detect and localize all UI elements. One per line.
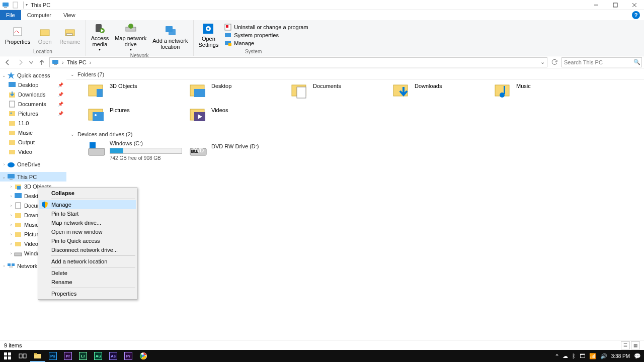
taskbar-app-chrome[interactable] — [136, 350, 151, 362]
folder-item[interactable]: Documents — [290, 81, 391, 105]
chevron-right-icon[interactable]: › — [90, 59, 92, 65]
chevron-right-icon[interactable]: › — [8, 184, 14, 189]
refresh-button[interactable] — [549, 59, 559, 66]
chevron-down-icon[interactable]: ⌄ — [1, 174, 7, 179]
taskbar-app[interactable]: Au — [91, 350, 106, 362]
chevron-right-icon[interactable]: › — [1, 162, 7, 167]
sidebar-item[interactable]: Music — [0, 128, 66, 137]
menu-view[interactable]: View — [57, 10, 82, 20]
close-button[interactable] — [625, 0, 644, 10]
large-icons-view-button[interactable]: ▦ — [631, 341, 640, 349]
folder-item[interactable]: 3D Objects — [87, 81, 188, 105]
sidebar-item[interactable]: Video — [0, 147, 66, 156]
map-network-drive-button[interactable]: Map network drive▾ — [112, 21, 149, 53]
clock[interactable]: 3:38 PM — [611, 353, 630, 359]
cm-properties[interactable]: Properties — [39, 289, 136, 298]
sidebar-item[interactable]: Pictures📌 — [0, 109, 66, 118]
qat-dropdown-icon[interactable]: ▾ — [26, 3, 28, 7]
chevron-right-icon[interactable]: › — [1, 263, 7, 268]
taskbar-app[interactable]: Pr — [60, 350, 75, 362]
taskbar-app-explorer[interactable] — [30, 350, 45, 362]
sidebar-item[interactable]: Downloads📌 — [0, 89, 66, 99]
sidebar-quick-access[interactable]: ⌄ Quick access — [0, 70, 66, 80]
access-media-button[interactable]: Access media▾ — [88, 21, 112, 53]
menu-computer[interactable]: Computer — [21, 10, 57, 20]
open-button[interactable]: Open — [33, 21, 56, 49]
chevron-down-icon[interactable]: ⌄ — [1, 73, 7, 78]
cm-add-network-location[interactable]: Add a network location — [39, 257, 136, 266]
cm-disconnect-network-drive[interactable]: Disconnect network drive... — [39, 245, 136, 254]
chevron-right-icon[interactable]: › — [62, 59, 64, 65]
maximize-button[interactable] — [606, 0, 625, 10]
search-icon[interactable]: 🔍 — [633, 59, 640, 65]
tray-overflow-icon[interactable]: ^ — [556, 353, 558, 359]
task-view-button[interactable] — [15, 350, 30, 362]
search-box[interactable]: 🔍 — [561, 57, 642, 67]
cm-pin-to-start[interactable]: Pin to Start — [39, 209, 136, 218]
chevron-right-icon[interactable]: › — [8, 251, 14, 256]
sidebar-this-pc[interactable]: ⌄ This PC — [0, 172, 66, 182]
cm-open-new-window[interactable]: Open in new window — [39, 227, 136, 236]
system-properties-link[interactable]: System properties — [224, 32, 308, 39]
folder-item[interactable]: Videos — [188, 105, 290, 129]
cm-rename[interactable]: Rename — [39, 278, 136, 287]
rename-button[interactable]: Rename — [56, 21, 84, 49]
bluetooth-icon[interactable]: ᛒ — [572, 353, 576, 359]
sidebar-item[interactable]: 11.0 — [0, 118, 66, 128]
folder-item[interactable]: Pictures — [87, 105, 188, 129]
chevron-right-icon[interactable]: › — [8, 203, 14, 208]
sidebar-item[interactable]: Output — [0, 137, 66, 147]
sidebar-item[interactable]: Documents📌 — [0, 99, 66, 109]
cm-map-network-drive[interactable]: Map network drive... — [39, 218, 136, 227]
folder-item[interactable]: Desktop — [188, 81, 290, 105]
3d-objects-icon — [88, 82, 106, 100]
chevron-right-icon[interactable]: › — [8, 241, 14, 246]
nav-up-button[interactable] — [36, 57, 47, 68]
search-input[interactable] — [564, 59, 633, 65]
taskbar-app[interactable]: Lr — [75, 350, 91, 362]
wifi-icon[interactable]: 📶 — [589, 353, 596, 359]
breadcrumb[interactable]: This PC — [67, 59, 87, 65]
documents-icon — [14, 202, 22, 210]
volume-icon[interactable]: 🔊 — [600, 353, 607, 359]
folder-item[interactable]: Music — [493, 81, 595, 105]
nav-forward-button[interactable] — [15, 57, 26, 68]
open-settings-button[interactable]: Open Settings — [196, 21, 222, 49]
folder-item[interactable]: Downloads — [391, 81, 493, 105]
uninstall-program-link[interactable]: Uninstall or change a program — [224, 24, 308, 31]
drives-section-header[interactable]: ⌄ Devices and drives (2) — [66, 129, 644, 139]
chevron-right-icon[interactable]: › — [8, 232, 14, 237]
chevron-right-icon[interactable]: › — [8, 194, 14, 199]
menu-file[interactable]: File — [0, 10, 21, 20]
taskbar-app[interactable]: Ae — [106, 350, 121, 362]
minimize-button[interactable] — [587, 0, 606, 10]
nav-back-button[interactable] — [2, 57, 13, 68]
properties-button[interactable]: Properties — [2, 21, 33, 49]
sidebar-onedrive[interactable]: › OneDrive — [0, 159, 66, 169]
folders-section-header[interactable]: ⌄ Folders (7) — [66, 69, 644, 80]
cm-pin-to-quick-access[interactable]: Pin to Quick access — [39, 236, 136, 245]
notification-icon[interactable]: 💬 — [634, 353, 641, 359]
add-network-location-button[interactable]: Add a network location — [149, 21, 191, 53]
start-button[interactable] — [0, 350, 15, 362]
details-view-button[interactable]: ☰ — [621, 341, 630, 349]
onedrive-tray-icon[interactable]: ☁ — [562, 353, 568, 359]
address-dropdown-icon[interactable]: ⌄ — [540, 59, 545, 65]
taskbar-app[interactable]: Ps — [45, 350, 60, 362]
address-bar[interactable]: › This PC › ⌄ — [49, 57, 547, 67]
chevron-right-icon[interactable]: › — [8, 213, 14, 218]
cm-collapse[interactable]: Collapse — [39, 189, 136, 198]
sidebar-item[interactable]: Desktop📌 — [0, 80, 66, 89]
chevron-right-icon[interactable]: › — [8, 222, 14, 227]
chevron-down-icon: ⌄ — [70, 72, 74, 77]
cm-manage[interactable]: Manage — [39, 200, 136, 209]
drive-item[interactable]: DVD DVD RW Drive (D:) — [188, 139, 290, 162]
drive-item[interactable]: Windows (C:) 742 GB free of 908 GB — [87, 139, 188, 162]
menu-bar: File Computer View ? — [0, 10, 644, 20]
taskbar-app[interactable]: Pr — [121, 350, 136, 362]
manage-link[interactable]: Manage — [224, 40, 308, 47]
nav-recent-dropdown[interactable] — [28, 57, 34, 68]
cm-delete[interactable]: Delete — [39, 268, 136, 278]
battery-icon[interactable]: 🗔 — [580, 353, 585, 359]
help-icon[interactable]: ? — [632, 11, 640, 19]
